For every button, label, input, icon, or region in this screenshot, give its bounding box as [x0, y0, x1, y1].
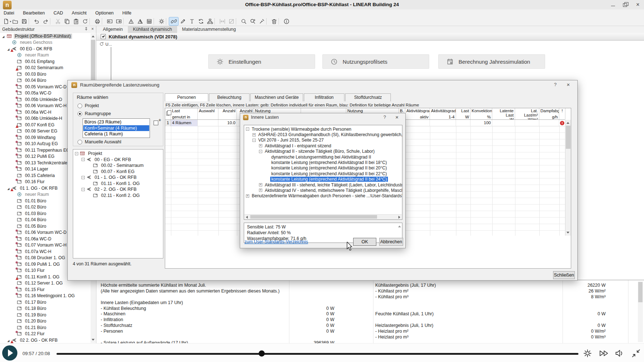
tree-item[interactable]: 00 EG - OK RFB	[0, 46, 96, 52]
column-header[interactable]: !	[559, 108, 565, 119]
table-cell[interactable]	[456, 120, 471, 126]
expander-icon[interactable]	[259, 144, 262, 147]
copy-rows-icon[interactable]	[166, 111, 170, 115]
new-file-button[interactable]	[1, 17, 11, 25]
abbrechen-button[interactable]: Abbrechen	[379, 238, 403, 246]
close-icon[interactable]: ×	[635, 3, 640, 7]
raumgruppe-listbox[interactable]: Büros (23 Räume)Konfi+Seminar (4 Räume)C…	[83, 118, 150, 138]
menu-item[interactable]: Bearbeiten	[23, 10, 45, 16]
ok-button[interactable]: OK	[353, 238, 376, 246]
text-tool-button[interactable]	[187, 17, 196, 25]
tree-item[interactable]: 00.02 - Seminarraum	[73, 163, 163, 169]
menu-item[interactable]: Optionen	[95, 10, 114, 16]
cut-button[interactable]	[53, 17, 62, 25]
expander-icon[interactable]	[259, 150, 262, 153]
tree-item[interactable]: 01.18 Büro	[0, 306, 96, 312]
tree-item[interactable]: konstante Leistung (entsprechend Aktivit…	[244, 165, 402, 171]
expander-icon[interactable]	[259, 189, 262, 192]
tree-item[interactable]: 01.11 - Konfi 1. OG	[73, 181, 163, 187]
table-cell[interactable]: 1	[165, 120, 171, 126]
menu-item[interactable]: CAD	[54, 10, 63, 16]
tree-item[interactable]: neuer Raum	[0, 52, 96, 59]
table-scrollbar[interactable]	[565, 120, 571, 236]
undo-button[interactable]	[32, 17, 41, 25]
calculation-table-button[interactable]	[145, 17, 154, 25]
expander-icon[interactable]	[246, 194, 249, 198]
scroll-up-icon[interactable]	[398, 226, 401, 227]
scroll-up-icon[interactable]	[566, 122, 569, 124]
column-header[interactable]: Konvektion %	[471, 108, 492, 119]
tree-item[interactable]: 02 2. OG - OK RFB	[0, 337, 96, 343]
close-panel-icon[interactable]: ×	[91, 27, 94, 31]
table-cell[interactable]	[539, 120, 559, 126]
tree-item[interactable]: Aktivitätsgrad I - entspannt sitzend	[244, 143, 402, 148]
tree-item[interactable]: 01.16 Meetingpoint 1. OG	[0, 293, 96, 299]
settings-gear-button[interactable]	[157, 17, 166, 25]
schliessen-button[interactable]: Schließen	[553, 271, 575, 279]
scrollbar-thumb[interactable]	[566, 126, 570, 149]
load-tab[interactable]: Beleuchtung	[209, 93, 250, 101]
picker-button[interactable]	[257, 17, 266, 25]
column-header[interactable]: Auswahl	[198, 108, 218, 119]
tree-item[interactable]: 01.12 Server 1. OG	[0, 280, 96, 287]
fit-view-button[interactable]	[227, 17, 236, 25]
tree-item[interactable]: 02.11 - Konfi 2. OG	[73, 193, 163, 199]
raumgruppe-option[interactable]: Büros (23 Räume)	[83, 119, 149, 125]
tree-item[interactable]: konstante Leistung (entsprechend Aktivit…	[244, 160, 402, 165]
restore-icon[interactable]	[623, 3, 628, 7]
volume-icon[interactable]	[614, 349, 625, 358]
scroll-up-icon[interactable]	[92, 35, 95, 37]
info-button[interactable]	[282, 17, 291, 25]
nutzungsprofilsets-button[interactable]: Nutzungsprofilsets	[322, 54, 429, 69]
delete-button[interactable]	[269, 17, 279, 25]
column-header[interactable]: Latente Last W	[492, 108, 515, 119]
tree-item[interactable]: 00.03 Büro	[0, 71, 96, 77]
table-cell[interactable]	[430, 120, 456, 126]
tree-item[interactable]: konstante Leistung (entsprechend Aktivit…	[244, 171, 402, 176]
load-tab[interactable]: Personen	[165, 93, 208, 101]
berechnung-jahressimulation-button[interactable]: Berechnung Jahressimulation	[438, 54, 545, 69]
exit-fullscreen-icon[interactable]	[631, 349, 641, 358]
zoom-dynamic-button[interactable]	[248, 17, 257, 25]
tree-item[interactable]: 00.02 Seminarraum	[0, 65, 96, 71]
tree-item[interactable]: 02 - 2. OG - OK RFB	[73, 186, 163, 193]
prev-window-button[interactable]	[105, 17, 114, 25]
help-icon[interactable]: ?	[380, 114, 389, 121]
tree-item[interactable]: 01.19 Büro	[0, 312, 96, 318]
einstellungen-button[interactable]: Einstellungen	[208, 54, 315, 69]
close-icon[interactable]: ×	[564, 81, 573, 88]
tree-item[interactable]: Projekt (Office-BSP-Kühllast)	[0, 33, 96, 39]
column-header[interactable]: Anzahl	[218, 108, 237, 119]
table-cell[interactable]: 10.0	[218, 120, 237, 126]
tree-item[interactable]: 01.22 Flur	[0, 331, 96, 337]
load-tab[interactable]: Maschinen und Geräte	[250, 93, 303, 101]
video-progress-track[interactable]	[57, 353, 578, 355]
save-button[interactable]	[20, 17, 29, 25]
column-header[interactable]: Dampfabg. g/h	[539, 108, 559, 119]
results-scrollbar[interactable]	[638, 281, 643, 342]
tree-item[interactable]: dynamische Leistungsermittlung bei Aktiv…	[244, 154, 402, 160]
scrollbar-thumb[interactable]	[250, 215, 377, 219]
radio-manuelle-auswahl[interactable]: Manuelle Auswahl	[78, 139, 121, 144]
scroll-right-icon[interactable]	[398, 216, 400, 219]
tree-item[interactable]: Projekt	[73, 151, 163, 157]
video-progress-knob[interactable]	[259, 350, 265, 357]
expander-icon[interactable]	[81, 158, 85, 161]
load-tab[interactable]: Infiltration	[304, 93, 344, 101]
menu-item[interactable]: Datei	[4, 10, 14, 16]
menu-item[interactable]: Ansicht	[72, 10, 87, 16]
copy-button[interactable]	[62, 17, 71, 25]
tree-item[interactable]: konstante Leistung (entsprechend Aktivit…	[244, 177, 402, 182]
tree-item[interactable]: Aktivitätsgrad IV - stehend, mittelschwe…	[244, 188, 402, 193]
minimize-icon[interactable]	[611, 3, 616, 7]
column-header[interactable]: Aktivitätsgrad 1-4	[430, 108, 456, 119]
warning-button[interactable]	[126, 17, 135, 25]
expander-icon[interactable]	[252, 139, 256, 142]
tree-item[interactable]: 00 - EG - OK RFB	[73, 157, 163, 163]
column-header[interactable]: Lat. Last/m² W/m²	[515, 108, 539, 119]
table-cell[interactable]	[198, 120, 218, 126]
tree-item[interactable]: Benutzerdefinierte Wärmeabgaben durch Pe…	[244, 193, 402, 199]
warning-list-button[interactable]	[135, 17, 145, 25]
tree-item[interactable]: VDI 2078 - Juni 2015, Seite 25-27	[244, 138, 402, 143]
menu-item[interactable]: Hilfe	[122, 10, 131, 16]
